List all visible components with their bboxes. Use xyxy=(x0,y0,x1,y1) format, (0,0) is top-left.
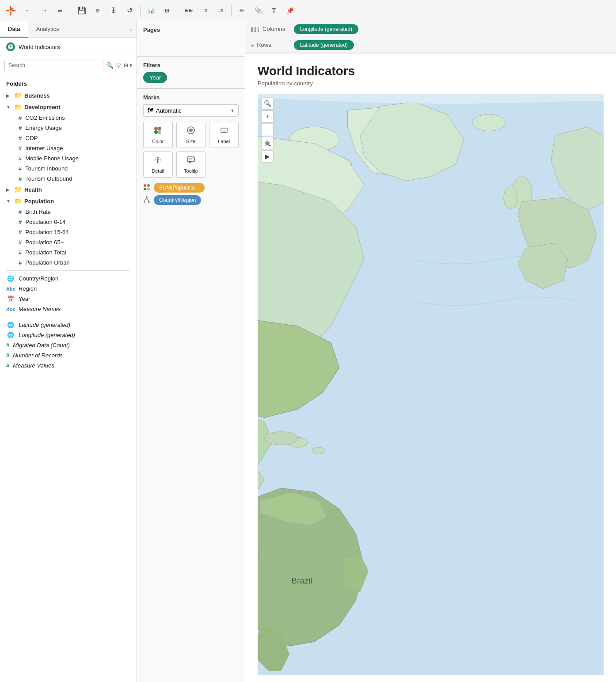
forward-button[interactable]: → xyxy=(37,4,51,18)
dim-measure-values-label: Measure Values xyxy=(13,362,54,369)
field-tourism-outbound[interactable]: # Tourism Outbound xyxy=(0,174,137,184)
marks-size-button[interactable]: Size xyxy=(176,122,206,148)
filter-year-pill[interactable]: Year xyxy=(143,72,167,83)
search-icon[interactable]: 🔍 xyxy=(106,62,114,69)
chevron-down-icon: ▼ xyxy=(6,105,11,110)
save-button[interactable]: 💾 xyxy=(75,4,89,18)
longitude-pill[interactable]: Longitude (generated) xyxy=(294,24,358,34)
svg-line-34 xyxy=(147,198,149,201)
dim-latitude[interactable]: 🌐 Latitude (generated) xyxy=(0,320,137,330)
tab-analytics[interactable]: Analytics xyxy=(28,21,67,38)
map-pin-remove-button[interactable] xyxy=(261,137,274,149)
datasource-button[interactable]: 🗄 xyxy=(106,4,121,18)
field-pop-total[interactable]: # Population Total xyxy=(0,247,137,258)
marks-dropdown[interactable]: 🗺 Automatic ▼ xyxy=(143,104,239,117)
map-zoom-in-button[interactable]: + xyxy=(261,110,274,123)
folder-health-label: Health xyxy=(24,186,42,193)
attach-button[interactable]: 📎 xyxy=(251,4,265,18)
datasource-row[interactable]: World Indicators xyxy=(0,38,137,56)
field-gdp[interactable]: # GDP xyxy=(0,133,137,143)
filter-icon[interactable]: ▽ xyxy=(116,62,121,69)
marks-detail-button[interactable]: Detail xyxy=(143,152,173,178)
dim-num-records[interactable]: # Number of Records xyxy=(0,350,137,360)
marks-label-button[interactable]: T Label xyxy=(209,122,239,148)
folder-health[interactable]: ▶ 📁 Health xyxy=(0,184,137,195)
dim-country-region[interactable]: 🌐 Country/Region xyxy=(0,273,137,284)
country-region-pill[interactable]: Country/Region xyxy=(154,195,201,205)
folder-population[interactable]: ▼ 📁 Population xyxy=(0,195,137,207)
marks-pill-sum-row: SUM(Populatio... xyxy=(143,183,239,193)
field-pop-total-label: Population Total xyxy=(25,249,66,256)
new-datasource-button[interactable]: ⊕ xyxy=(91,4,105,18)
dim-measure-names[interactable]: Abc Measure Names xyxy=(0,304,137,314)
dim-measure-values[interactable]: # Measure Values xyxy=(0,360,137,371)
field-pop-0-14[interactable]: # Population 0-14 xyxy=(0,217,137,227)
search-input[interactable] xyxy=(4,60,103,71)
map-play-button[interactable]: ▶ xyxy=(261,150,274,163)
field-birth-rate[interactable]: # Birth Rate xyxy=(0,207,137,217)
view-toggle[interactable]: ⊟ ▾ xyxy=(124,62,132,68)
detail-icon xyxy=(153,155,162,167)
field-pop-15-64[interactable]: # Population 15-64 xyxy=(0,227,137,237)
dim-longitude[interactable]: 🌐 Longitude (generated) xyxy=(0,330,137,340)
hash-measure-values-icon: # xyxy=(6,362,9,369)
chevron-down-pop-icon: ▼ xyxy=(6,199,11,204)
field-hash-icon: # xyxy=(19,219,22,225)
sidebar-collapse-button[interactable]: ‹ xyxy=(130,21,137,38)
redo-button[interactable]: ⇌ xyxy=(53,4,67,18)
pin-button[interactable]: 📌 xyxy=(283,4,297,18)
field-co2[interactable]: # CO2 Emissions xyxy=(0,113,137,123)
map-zoom-out-button[interactable]: − xyxy=(261,124,274,136)
field-hash-icon: # xyxy=(19,208,22,215)
field-mobile[interactable]: # Mobile Phone Usage xyxy=(0,153,137,163)
field-pop-65-plus[interactable]: # Population 65+ xyxy=(0,237,137,247)
dim-year[interactable]: 📅 Year xyxy=(0,294,137,304)
separator-4 xyxy=(231,5,232,16)
chart-type-button[interactable]: ⊞ xyxy=(160,4,174,18)
field-pop-urban[interactable]: # Population Urban xyxy=(0,258,137,268)
annotate-button[interactable]: ✏ xyxy=(235,4,249,18)
divider-1 xyxy=(6,270,130,271)
sort-asc-button[interactable]: ↑≡ xyxy=(198,4,212,18)
folder-business[interactable]: ▶ 📁 Business xyxy=(0,90,137,101)
refresh-button[interactable]: ↺ xyxy=(122,4,137,18)
field-gdp-label: GDP xyxy=(25,135,38,141)
toolbar: ✦ ← → ⇌ 💾 ⊕ 🗄 ↺ 📊 ⊞ ⊞⊞ ↑≡ ↓≡ ✏ 📎 T 📌 xyxy=(0,0,616,21)
map-search-button[interactable]: 🔍 xyxy=(261,97,274,110)
text-button[interactable]: T xyxy=(267,4,281,18)
field-hash-icon: # xyxy=(19,175,22,182)
tab-data[interactable]: Data xyxy=(0,21,28,38)
back-button[interactable]: ← xyxy=(21,4,35,18)
hash-records-icon: # xyxy=(6,352,9,359)
abc-icon: Abc xyxy=(6,286,15,292)
dim-country-label: Country/Region xyxy=(19,275,58,282)
viz-canvas: World Indicators Population by country 🔍… xyxy=(245,53,616,682)
dim-region[interactable]: Abc Region xyxy=(0,284,137,294)
sidebar-content: Folders ▶ 📁 Business ▼ 📁 Development # C… xyxy=(0,75,137,682)
svg-point-10 xyxy=(158,130,161,134)
marks-tooltip-button[interactable]: Tooltip xyxy=(176,152,206,178)
field-internet[interactable]: # Internet Usage xyxy=(0,143,137,153)
svg-point-32 xyxy=(148,201,150,203)
svg-point-44 xyxy=(312,447,325,454)
folder-development[interactable]: ▼ 📁 Development xyxy=(0,101,137,113)
svg-line-35 xyxy=(269,145,270,146)
datasource-name: World Indicators xyxy=(19,44,60,50)
field-tourism-inbound[interactable]: # Tourism Inbound xyxy=(0,163,137,174)
field-hash-icon: # xyxy=(19,114,22,121)
marks-color-button[interactable]: Color xyxy=(143,122,173,148)
folders-label: Folders xyxy=(0,79,137,90)
field-mobile-label: Mobile Phone Usage xyxy=(25,155,79,162)
svg-point-45 xyxy=(265,432,298,445)
dim-latitude-label: Latitude (generated) xyxy=(19,322,70,328)
dim-migrated[interactable]: # Migrated Data (Count) xyxy=(0,340,137,350)
sum-population-pill[interactable]: SUM(Populatio... xyxy=(154,183,205,193)
field-energy[interactable]: # Energy Usage xyxy=(0,123,137,133)
svg-point-8 xyxy=(158,127,161,130)
group-button[interactable]: ⊞⊞ xyxy=(182,4,196,18)
sort-desc-button[interactable]: ↓≡ xyxy=(213,4,228,18)
new-chart-button[interactable]: 📊 xyxy=(144,4,158,18)
field-hash-icon: # xyxy=(19,229,22,235)
field-hash-icon: # xyxy=(19,155,22,162)
latitude-pill[interactable]: Latitude (generated) xyxy=(294,40,354,50)
